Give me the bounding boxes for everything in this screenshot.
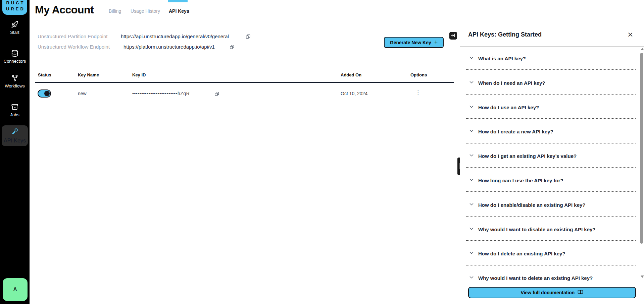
toggle-knob: [44, 91, 50, 96]
copy-partition-endpoint-button[interactable]: [245, 34, 251, 39]
copy-icon: [229, 46, 235, 51]
faq-question: When do I need an API key?: [478, 80, 545, 86]
view-documentation-label: View full documentation: [521, 290, 575, 295]
faq-question: How do I delete an existing API key?: [478, 251, 565, 256]
getting-started-panel: API Keys: Getting Started × What is an A…: [460, 0, 644, 304]
chevron-down-icon: [469, 128, 474, 135]
workflow-endpoint-value: https://platform.unstructuredapp.io/api/…: [123, 44, 215, 50]
faq-item-why-disable-key[interactable]: Why would I want to disable an existing …: [469, 226, 596, 233]
collapse-panel-button[interactable]: [449, 32, 457, 40]
unstructured-logo[interactable]: RUCT URED: [2, 0, 27, 15]
close-panel-button[interactable]: ×: [627, 31, 633, 38]
key-id-masked-cell: •••••••••••••••••••••••••hZqR: [132, 91, 190, 96]
chevron-down-icon: [469, 250, 474, 257]
open-book-icon: [578, 289, 583, 296]
rocket-icon: [11, 21, 18, 28]
chevron-down-icon: [469, 55, 474, 62]
app-window: RUCT URED Start Con: [0, 0, 644, 304]
faq-item-get-existing-key-value[interactable]: How do I get an existing API key’s value…: [469, 153, 577, 159]
dotted-divider: [466, 69, 636, 70]
column-header-options: Options: [410, 72, 427, 77]
chevron-down-icon: [469, 153, 474, 159]
sidebar-item-label: Workflows: [5, 83, 25, 88]
logo-line-1: RUCT: [6, 0, 25, 6]
sidebar-item-start[interactable]: Start: [0, 21, 30, 35]
copy-workflow-endpoint-button[interactable]: [229, 44, 235, 50]
generate-new-key-button[interactable]: Generate New Key +: [384, 37, 444, 48]
chevron-down-icon: [469, 79, 474, 86]
plus-icon: +: [434, 39, 438, 46]
faq-question: What is an API key?: [478, 56, 526, 61]
faq-item-delete-existing-key[interactable]: How do I delete an existing API key?: [469, 250, 565, 257]
dotted-divider: [466, 216, 636, 217]
faq-item-enable-disable-key[interactable]: How do I enable/disable an existing API …: [469, 201, 586, 208]
copy-icon: [214, 93, 219, 98]
chevron-down-icon: [469, 177, 474, 184]
faq-item-create-new-api-key[interactable]: How do I create a new API key?: [469, 128, 553, 135]
sidebar-item-workflows[interactable]: Workflows: [0, 74, 30, 88]
table-header-divider: [35, 82, 454, 83]
column-header-key-name: Key Name: [78, 72, 99, 77]
user-avatar[interactable]: A: [3, 278, 28, 301]
database-icon: [11, 50, 18, 57]
dotted-divider: [466, 240, 636, 241]
faq-item-why-delete-key[interactable]: Why would I want to delete an existing A…: [469, 275, 593, 281]
sidebar-item-label: Jobs: [10, 112, 19, 117]
arrow-to-bar-icon: [451, 33, 456, 39]
faq-question: How do I create a new API key?: [478, 129, 553, 134]
workflow-fork-icon: [11, 74, 18, 82]
sidebar-item-connectors[interactable]: Connectors: [0, 50, 30, 64]
generate-new-key-label: Generate New Key: [390, 40, 431, 45]
tab-usage-history[interactable]: Usage History: [131, 8, 160, 14]
faq-question: Why would I want to disable an existing …: [478, 227, 596, 232]
sidebar-item-label: API Keys: [4, 138, 26, 144]
api-key-status-toggle[interactable]: [38, 89, 51, 98]
partition-endpoint-value: https://api.unstructuredapp.io/general/v…: [121, 34, 229, 39]
page-title: My Account: [35, 4, 94, 16]
scrollbar-down-arrow[interactable]: [641, 276, 644, 278]
copy-icon: [245, 35, 251, 40]
tab-billing[interactable]: Billing: [109, 8, 121, 14]
key-icon: [11, 128, 18, 136]
chevron-down-icon: [469, 275, 474, 281]
added-on-cell: Oct 10, 2024: [341, 91, 367, 96]
faq-question: Why would I want to delete an existing A…: [478, 275, 593, 281]
avatar-letter: A: [13, 287, 17, 293]
panel-title: API Keys: Getting Started: [468, 31, 542, 38]
key-name-cell: new: [78, 91, 87, 96]
scrollbar-thumb[interactable]: [640, 53, 643, 244]
workflow-endpoint-label: Unstructured Workflow Endpoint: [38, 44, 110, 50]
faq-item-how-long-use-key[interactable]: How long can I use the API key for?: [469, 177, 563, 184]
faq-item-how-use-api-key[interactable]: How do I use an API key?: [469, 104, 539, 111]
dotted-divider: [466, 167, 636, 168]
faq-question: How long can I use the API key for?: [478, 178, 563, 183]
row-options-button[interactable]: ⋮: [415, 89, 421, 96]
faq-item-when-need-api-key[interactable]: When do I need an API key?: [469, 79, 545, 86]
dotted-divider: [466, 265, 636, 265]
faq-question: How do I use an API key?: [478, 105, 539, 110]
column-header-status: Status: [38, 72, 51, 77]
column-header-added-on: Added On: [341, 72, 361, 77]
faq-question: How do I get an existing API key’s value…: [478, 153, 577, 159]
dotted-divider: [466, 118, 636, 119]
sidebar: RUCT URED Start Con: [0, 0, 30, 304]
sidebar-item-label: Connectors: [4, 59, 26, 64]
view-full-documentation-button[interactable]: View full documentation: [468, 287, 636, 298]
faq-item-what-is-api-key[interactable]: What is an API key?: [469, 55, 526, 62]
tab-api-keys[interactable]: API Keys: [169, 8, 189, 14]
sidebar-item-api-keys[interactable]: API Keys: [2, 125, 28, 146]
dotted-divider: [466, 143, 636, 143]
dotted-divider: [466, 191, 636, 192]
copy-key-id-button[interactable]: [214, 91, 219, 97]
table-row-divider: [35, 104, 454, 104]
panel-header-divider: [460, 46, 644, 47]
topbar: My Account Billing Usage History API Key…: [30, 0, 460, 23]
chevron-down-icon: [469, 226, 474, 233]
dotted-divider: [466, 94, 636, 95]
sidebar-item-label: Start: [10, 30, 19, 35]
chevron-down-icon: [469, 104, 474, 111]
sidebar-item-jobs[interactable]: Jobs: [0, 103, 30, 117]
scrollbar-up-arrow[interactable]: [641, 48, 644, 50]
archive-box-icon: [11, 103, 18, 111]
partition-endpoint-label: Unstructured Partition Endpoint: [38, 34, 107, 39]
